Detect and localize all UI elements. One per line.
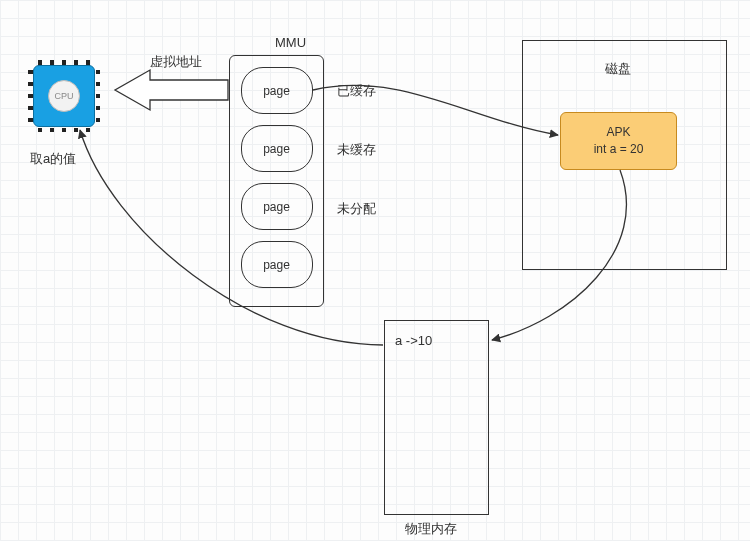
- disk-title: 磁盘: [605, 60, 631, 78]
- mmu-title: MMU: [275, 35, 306, 50]
- page-label: page: [263, 84, 290, 98]
- apk-code: int a = 20: [594, 141, 644, 158]
- mmu-page: page: [241, 125, 313, 172]
- page-status-cached: 已缓存: [337, 82, 376, 100]
- cpu-caption: 取a的值: [30, 150, 76, 168]
- page-status-not-cached: 未缓存: [337, 141, 376, 159]
- page-label: page: [263, 258, 290, 272]
- mmu-page: page: [241, 183, 313, 230]
- apk-box: APK int a = 20: [560, 112, 677, 170]
- cpu-chip: CPU: [33, 65, 95, 127]
- physical-memory-value: a ->10: [395, 333, 478, 348]
- apk-name: APK: [606, 124, 630, 141]
- hollow-arrow-icon: [115, 70, 228, 110]
- page-label: page: [263, 200, 290, 214]
- physical-memory-box: a ->10: [384, 320, 489, 515]
- mmu-page: page: [241, 241, 313, 288]
- physical-memory-label: 物理内存: [405, 520, 457, 538]
- mmu-box: page page page page: [229, 55, 324, 307]
- cpu-chip-label: CPU: [54, 91, 73, 101]
- page-label: page: [263, 142, 290, 156]
- cpu-icon: CPU: [48, 80, 80, 112]
- virtual-address-label: 虚拟地址: [150, 53, 202, 71]
- page-status-not-allocated: 未分配: [337, 200, 376, 218]
- mmu-page: page: [241, 67, 313, 114]
